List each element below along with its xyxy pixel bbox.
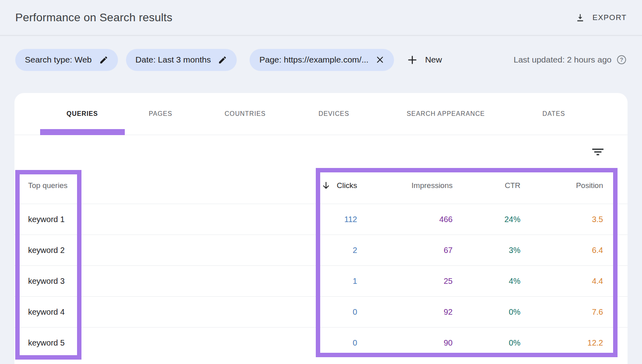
- page-filter-chip[interactable]: Page: https://example.com/...: [250, 49, 394, 71]
- impressions-cell: 466: [357, 215, 453, 224]
- download-icon: [575, 12, 585, 23]
- clicks-cell: 112: [295, 215, 357, 224]
- clicks-cell: 0: [295, 338, 357, 348]
- column-header-position[interactable]: Position: [520, 181, 603, 190]
- export-label: EXPORT: [592, 13, 627, 22]
- ctr-cell: 4%: [453, 277, 520, 286]
- new-filter-button[interactable]: New: [407, 55, 442, 65]
- clicks-cell: 0: [295, 307, 357, 317]
- column-header-top-queries[interactable]: Top queries: [28, 181, 295, 190]
- impressions-cell: 25: [357, 277, 453, 286]
- last-updated-status: Last updated: 2 hours ago ?: [514, 55, 627, 65]
- tab-queries[interactable]: QUERIES: [40, 110, 124, 117]
- page-title: Performance on Search results: [15, 11, 173, 24]
- column-header-clicks-label: Clicks: [337, 181, 357, 190]
- query-cell[interactable]: keyword 1: [28, 215, 295, 224]
- date-range-chip[interactable]: Date: Last 3 months: [126, 49, 237, 71]
- svg-text:?: ?: [620, 57, 624, 63]
- query-cell[interactable]: keyword 2: [28, 246, 295, 255]
- help-icon[interactable]: ?: [616, 55, 627, 65]
- last-updated-text: Last updated: 2 hours ago: [514, 55, 612, 65]
- position-cell: 6.4: [520, 246, 603, 255]
- tab-bar: QUERIES PAGES COUNTRIES DEVICES SEARCH A…: [14, 93, 628, 135]
- impressions-cell: 92: [357, 307, 453, 317]
- date-range-chip-label: Date: Last 3 months: [136, 55, 211, 65]
- sort-descending-icon: [321, 180, 331, 190]
- query-cell[interactable]: keyword 3: [28, 277, 295, 286]
- table-row[interactable]: keyword 4 0 92 0% 7.6: [14, 296, 628, 327]
- plus-icon: [407, 55, 418, 65]
- tab-countries[interactable]: COUNTRIES: [197, 110, 294, 117]
- ctr-cell: 0%: [453, 338, 520, 348]
- tab-pages[interactable]: PAGES: [124, 110, 197, 117]
- clicks-cell: 2: [295, 246, 357, 255]
- tab-devices[interactable]: DEVICES: [294, 110, 374, 117]
- ctr-cell: 3%: [453, 246, 520, 255]
- clicks-cell: 1: [295, 277, 357, 286]
- table-row[interactable]: keyword 5 0 90 0% 12.2: [14, 327, 628, 358]
- table-row[interactable]: keyword 2 2 67 3% 6.4: [14, 235, 628, 265]
- edit-pencil-icon[interactable]: [218, 55, 227, 65]
- tab-dates[interactable]: DATES: [518, 110, 590, 117]
- position-cell: 7.6: [520, 307, 603, 317]
- table-header-row: Top queries Clicks Impressions CTR Posit…: [14, 167, 628, 204]
- filter-list-icon[interactable]: [591, 145, 604, 158]
- active-tab-indicator: [40, 129, 125, 135]
- position-cell: 3.5: [520, 215, 603, 224]
- page-filter-chip-label: Page: https://example.com/...: [259, 55, 368, 65]
- ctr-cell: 0%: [453, 307, 520, 317]
- table-row[interactable]: keyword 1 112 466 24% 3.5: [14, 204, 628, 235]
- position-cell: 12.2: [520, 338, 603, 348]
- search-type-chip[interactable]: Search type: Web: [15, 49, 118, 71]
- edit-pencil-icon[interactable]: [99, 55, 108, 65]
- query-cell[interactable]: keyword 5: [28, 338, 295, 348]
- report-card: QUERIES PAGES COUNTRIES DEVICES SEARCH A…: [14, 93, 628, 364]
- ctr-cell: 24%: [453, 215, 520, 224]
- filter-bar: Search type: Web Date: Last 3 months Pag…: [0, 36, 642, 83]
- column-header-ctr[interactable]: CTR: [453, 181, 520, 190]
- table-toolbar: [14, 135, 628, 167]
- tab-search-appearance[interactable]: SEARCH APPEARANCE: [374, 110, 518, 117]
- close-icon[interactable]: [376, 55, 384, 64]
- impressions-cell: 67: [357, 246, 453, 255]
- impressions-cell: 90: [357, 338, 453, 348]
- search-type-chip-label: Search type: Web: [25, 55, 92, 65]
- position-cell: 4.4: [520, 277, 603, 286]
- column-header-clicks[interactable]: Clicks: [295, 180, 357, 190]
- column-header-impressions[interactable]: Impressions: [357, 181, 453, 190]
- page-header: Performance on Search results EXPORT: [0, 0, 642, 36]
- table-row[interactable]: keyword 3 1 25 4% 4.4: [14, 265, 628, 296]
- query-cell[interactable]: keyword 4: [28, 307, 295, 317]
- export-button[interactable]: EXPORT: [575, 12, 627, 23]
- new-filter-label: New: [425, 55, 442, 65]
